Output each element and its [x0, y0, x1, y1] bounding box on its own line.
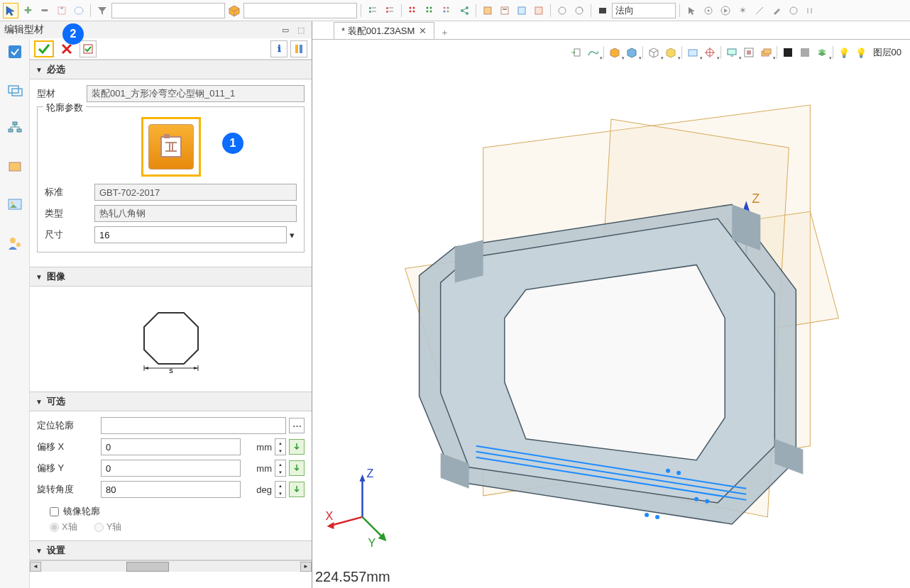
- ok-button[interactable]: [34, 40, 54, 57]
- apply-button[interactable]: [80, 40, 97, 57]
- rotate-field[interactable]: 80: [101, 481, 241, 498]
- optional-section-header[interactable]: ▼ 可选: [30, 392, 312, 411]
- grid-red-icon[interactable]: [405, 3, 421, 18]
- doc-icon-4[interactable]: [531, 3, 547, 18]
- panel-hscrollbar[interactable]: ◄ ►: [30, 560, 312, 572]
- offset-y-field[interactable]: 0: [101, 460, 241, 477]
- cube-orange-icon[interactable]: ▾: [607, 45, 623, 60]
- mirror-checkbox[interactable]: [50, 507, 59, 516]
- locate-contour-pick-icon[interactable]: ⋯: [289, 418, 305, 433]
- assembly-icon[interactable]: [6, 81, 24, 99]
- rotate-pick-icon[interactable]: [289, 482, 305, 497]
- normal-combo[interactable]: 法向: [612, 3, 676, 18]
- color-gray-icon[interactable]: [797, 45, 813, 60]
- cube-wire-icon[interactable]: ▾: [646, 45, 662, 60]
- offset-x-stepper[interactable]: ▲▼: [275, 438, 286, 455]
- offset-y-pick-icon[interactable]: [289, 460, 305, 476]
- circle-target-icon[interactable]: [701, 3, 716, 18]
- image-section-header[interactable]: ▼ 图像: [30, 267, 312, 287]
- size-field[interactable]: 16: [94, 226, 287, 243]
- color-black-icon[interactable]: [780, 45, 796, 60]
- circle-icon-2[interactable]: [571, 3, 587, 18]
- bulb-on-icon[interactable]: 💡: [836, 45, 852, 60]
- grid-mix-icon[interactable]: [439, 3, 455, 18]
- sketch-icon[interactable]: ▾: [585, 45, 601, 60]
- circle-icon-1[interactable]: [554, 3, 570, 18]
- type-field[interactable]: 热轧八角钢: [94, 205, 297, 222]
- svg-text:X: X: [325, 509, 333, 522]
- info-icon[interactable]: ℹ: [270, 40, 287, 57]
- monitor-icon[interactable]: ▾: [724, 45, 740, 60]
- entity-combo[interactable]: [243, 3, 357, 18]
- parallel-icon[interactable]: [803, 3, 818, 18]
- offset-y-stepper[interactable]: ▲▼: [275, 460, 286, 477]
- axis-x-radio[interactable]: X轴: [50, 521, 77, 533]
- select-tool-icon[interactable]: [3, 3, 18, 18]
- stack-icon[interactable]: ▾: [814, 45, 830, 60]
- panel-minimize-icon[interactable]: ▭: [279, 23, 292, 36]
- offset-x-pick-icon[interactable]: [289, 439, 305, 455]
- image-nav-icon[interactable]: [6, 196, 24, 214]
- profile-field[interactable]: 装配001_方形冷弯空心型钢_011_1: [87, 85, 305, 102]
- svg-rect-80: [784, 48, 792, 57]
- circle-icon-3[interactable]: [786, 3, 801, 18]
- cube-blue-icon[interactable]: ▾: [624, 45, 640, 60]
- tree-icon[interactable]: [6, 119, 24, 138]
- z-axis-label: Z: [752, 192, 760, 206]
- svg-point-13: [410, 10, 412, 12]
- rect-icon[interactable]: [595, 3, 610, 18]
- list-icon-1[interactable]: [365, 3, 380, 18]
- doc-icon-2[interactable]: [497, 3, 512, 18]
- expand-selection-icon[interactable]: +: [54, 3, 70, 18]
- panel-close-icon[interactable]: ⬚: [295, 23, 307, 36]
- offset-x-field[interactable]: 0: [101, 438, 241, 455]
- user-nav-icon[interactable]: [6, 234, 24, 253]
- line-icon[interactable]: [752, 3, 767, 18]
- share-icon[interactable]: [456, 3, 472, 18]
- standard-field[interactable]: GBT-702-2017: [94, 184, 297, 201]
- document-tab[interactable]: * 装配001.Z3ASM ✕: [334, 22, 434, 39]
- list-icon-2[interactable]: [382, 3, 398, 18]
- import-icon[interactable]: [568, 45, 583, 60]
- add-icon[interactable]: ✚: [20, 3, 35, 18]
- help-icon[interactable]: [290, 40, 307, 57]
- callout-1: 1: [222, 133, 243, 154]
- edit-icon[interactable]: [769, 3, 784, 18]
- plane-icon[interactable]: ▾: [685, 45, 701, 60]
- bulb-off-icon[interactable]: 💡: [853, 45, 869, 60]
- 3d-viewport[interactable]: Z: [312, 62, 910, 567]
- svg-text:+: +: [60, 5, 64, 11]
- box-icon[interactable]: [226, 3, 242, 18]
- star-icon[interactable]: ✶: [735, 3, 750, 18]
- target-icon[interactable]: ▾: [702, 45, 718, 60]
- svg-rect-29: [501, 7, 508, 14]
- doc-icon-3[interactable]: [514, 3, 530, 18]
- offset-y-unit: mm: [241, 463, 275, 474]
- locate-contour-field[interactable]: [101, 417, 286, 434]
- frame-icon[interactable]: [741, 45, 757, 60]
- pointer-icon[interactable]: [684, 3, 699, 18]
- tab-add-icon[interactable]: ＋: [440, 26, 449, 39]
- layers-icon[interactable]: ▾: [758, 45, 774, 60]
- svg-point-19: [444, 6, 446, 9]
- offset-x-label: 偏移 X: [37, 440, 101, 453]
- layer-combo[interactable]: 图层00: [870, 46, 904, 59]
- box-nav-icon[interactable]: [6, 157, 24, 176]
- minus-icon[interactable]: ━: [37, 3, 53, 18]
- lasso-icon[interactable]: [71, 3, 87, 18]
- grid-green-icon[interactable]: [422, 3, 438, 18]
- svg-marker-68: [194, 367, 198, 370]
- filter-icon[interactable]: [94, 3, 110, 18]
- doc-icon-1[interactable]: [480, 3, 495, 18]
- confirm-blue-icon[interactable]: [6, 43, 24, 61]
- filter-combo[interactable]: [111, 3, 225, 18]
- settings-section-header[interactable]: ▼ 设置: [30, 540, 312, 560]
- rotate-stepper[interactable]: ▲▼: [275, 481, 286, 498]
- tab-close-icon[interactable]: ✕: [419, 26, 427, 36]
- axis-y-radio[interactable]: Y轴: [94, 521, 122, 533]
- cube-yellow-icon[interactable]: ▾: [663, 45, 679, 60]
- play-icon[interactable]: [718, 3, 733, 18]
- required-section-header[interactable]: ▼ 必选: [30, 60, 312, 79]
- size-dropdown-icon[interactable]: ▾: [287, 230, 297, 240]
- profile-library-button[interactable]: [141, 117, 201, 177]
